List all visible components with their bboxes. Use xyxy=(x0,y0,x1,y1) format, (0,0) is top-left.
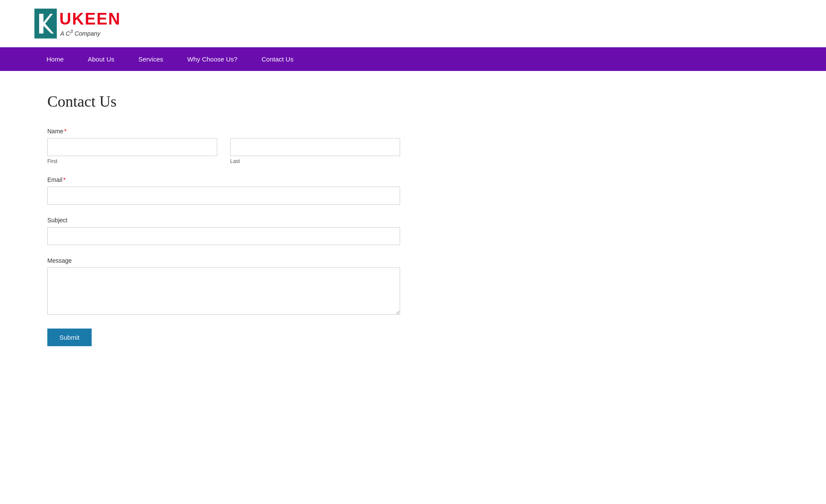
message-field-group: Message xyxy=(47,257,400,317)
first-name-field: First xyxy=(47,138,217,164)
last-name-input[interactable] xyxy=(230,138,400,156)
first-sublabel: First xyxy=(47,158,217,164)
subject-field-group: Subject xyxy=(47,217,400,245)
name-field-group: Name* First Last xyxy=(47,128,400,164)
subject-label: Subject xyxy=(47,217,400,224)
logo-tagline: A C3 Company xyxy=(59,28,121,37)
nav-item-contact[interactable]: Contact Us xyxy=(250,47,305,71)
main-content: Contact Us Name* First Last Email* xyxy=(0,71,826,368)
message-textarea[interactable] xyxy=(47,267,400,315)
email-field-group: Email* xyxy=(47,176,400,205)
subject-input[interactable] xyxy=(47,227,400,245)
svg-marker-0 xyxy=(39,14,54,34)
name-row: First Last xyxy=(47,138,400,164)
nav-item-home[interactable]: Home xyxy=(34,47,76,71)
logo-brand: UKEEN xyxy=(59,10,121,28)
site-header: UKEEN A C3 Company xyxy=(0,0,826,47)
last-name-field: Last xyxy=(230,138,400,164)
nav-item-about[interactable]: About Us xyxy=(76,47,126,71)
logo-text: UKEEN A C3 Company xyxy=(57,10,121,37)
logo-icon xyxy=(34,9,57,39)
logo[interactable]: UKEEN A C3 Company xyxy=(34,9,121,39)
navbar: Home About Us Services Why Choose Us? Co… xyxy=(0,47,826,71)
nav-item-services[interactable]: Services xyxy=(126,47,176,71)
submit-button[interactable]: Submit xyxy=(47,329,92,346)
email-input[interactable] xyxy=(47,187,400,205)
nav-item-why-choose-us[interactable]: Why Choose Us? xyxy=(175,47,250,71)
last-sublabel: Last xyxy=(230,158,400,164)
email-label: Email* xyxy=(47,176,400,183)
page-title: Contact Us xyxy=(47,92,779,111)
name-label: Name* xyxy=(47,128,400,135)
first-name-input[interactable] xyxy=(47,138,217,156)
message-label: Message xyxy=(47,257,400,264)
name-required-star: * xyxy=(64,128,66,135)
email-required-star: * xyxy=(63,176,65,183)
contact-form: Name* First Last Email* Subject xyxy=(47,128,400,346)
